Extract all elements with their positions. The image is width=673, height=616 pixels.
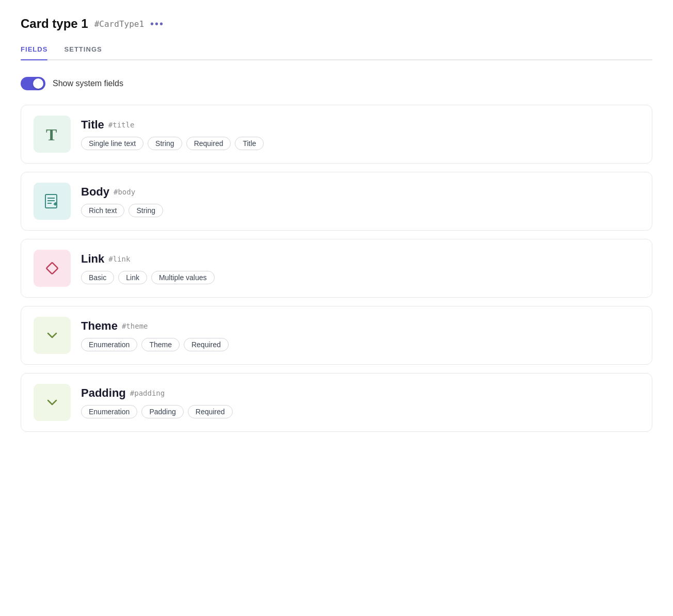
field-tag: Link	[118, 271, 147, 284]
field-tags: Rich textString	[81, 204, 163, 217]
field-hash: #body	[114, 188, 135, 196]
field-card: Theme #theme EnumerationThemeRequired	[21, 306, 652, 365]
field-icon: T	[34, 116, 71, 153]
field-name: Padding #padding	[81, 386, 233, 400]
field-card: Padding #padding EnumerationPaddingRequi…	[21, 373, 652, 432]
field-info: Link #link BasicLinkMultiple values	[81, 252, 215, 284]
page-title: Card type 1	[21, 17, 88, 31]
field-tag: Required	[188, 405, 233, 418]
field-name: Theme #theme	[81, 319, 229, 333]
field-card: Link #link BasicLinkMultiple values	[21, 239, 652, 298]
tabs-nav: FIELDS SETTINGS	[21, 45, 652, 60]
field-tag: Basic	[81, 271, 114, 284]
tab-settings[interactable]: SETTINGS	[64, 45, 102, 59]
field-tags: EnumerationThemeRequired	[81, 338, 229, 351]
field-tag: String	[148, 137, 182, 150]
field-tag: Title	[235, 137, 264, 150]
field-icon	[34, 317, 71, 354]
field-name: Body #body	[81, 185, 163, 199]
tab-fields[interactable]: FIELDS	[21, 45, 47, 59]
field-hash: #theme	[122, 322, 148, 330]
field-icon	[34, 183, 71, 220]
field-tag: Required	[186, 137, 231, 150]
field-info: Theme #theme EnumerationThemeRequired	[81, 319, 229, 351]
field-card: T Title #title Single line textStringReq…	[21, 105, 652, 164]
field-info: Padding #padding EnumerationPaddingRequi…	[81, 386, 233, 418]
field-tag: Multiple values	[151, 271, 215, 284]
field-tag: Padding	[141, 405, 183, 418]
field-name: Link #link	[81, 252, 215, 266]
show-system-fields-label: Show system fields	[53, 79, 123, 88]
show-system-fields-row: Show system fields	[21, 77, 652, 90]
field-hash: #title	[108, 121, 135, 129]
svg-rect-6	[46, 263, 58, 274]
field-icon	[34, 250, 71, 287]
field-info: Body #body Rich textString	[81, 185, 163, 217]
field-tag: Theme	[141, 338, 180, 351]
field-hash: #link	[108, 255, 130, 263]
page-id: #CardType1	[94, 19, 144, 29]
field-tag: Enumeration	[81, 338, 137, 351]
field-card: Body #body Rich textString	[21, 172, 652, 231]
field-tags: EnumerationPaddingRequired	[81, 405, 233, 418]
field-tags: Single line textStringRequiredTitle	[81, 137, 264, 150]
more-options-button[interactable]: •••	[150, 18, 164, 30]
field-tag: Required	[184, 338, 229, 351]
page-header: Card type 1 #CardType1 •••	[21, 17, 652, 31]
field-icon	[34, 384, 71, 421]
field-tag: Enumeration	[81, 405, 137, 418]
svg-text:T: T	[46, 125, 57, 143]
show-system-fields-toggle[interactable]	[21, 77, 45, 90]
field-name: Title #title	[81, 118, 264, 132]
field-hash: #padding	[130, 389, 165, 397]
field-tag: Single line text	[81, 137, 143, 150]
field-tags: BasicLinkMultiple values	[81, 271, 215, 284]
field-tag: String	[129, 204, 163, 217]
field-info: Title #title Single line textStringRequi…	[81, 118, 264, 150]
toggle-knob	[33, 78, 43, 89]
field-tag: Rich text	[81, 204, 124, 217]
fields-list: T Title #title Single line textStringReq…	[21, 105, 652, 432]
